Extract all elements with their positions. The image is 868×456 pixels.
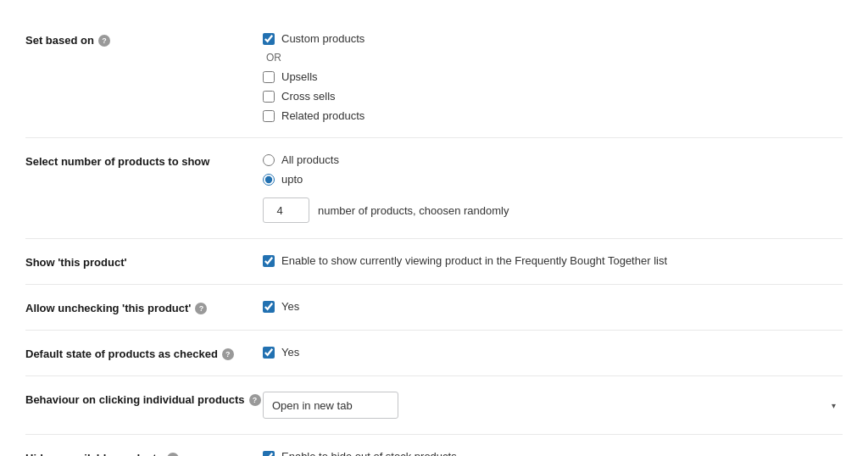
select-number-control: All products upto number of products, ch… [263,153,843,223]
label-text: Select number of products to show [25,155,209,168]
label-text: Show 'this product' [25,256,127,269]
allow-unchecking-label: Allow unchecking 'this product' ? [25,300,263,314]
upsells-option: Upsells [263,70,843,83]
show-this-product-option: Enable to show currently viewing product… [263,254,843,267]
allow-unchecking-checkbox[interactable] [263,301,275,313]
default-state-row: Default state of products as checked ? Y… [25,331,843,376]
set-based-on-row: Set based on ? Custom products OR Upsell… [25,17,843,138]
hide-unavailable-enable-label[interactable]: Enable to hide out of stock products [281,450,457,456]
number-suffix: number of products, choosen randomly [318,204,509,217]
behaviour-clicking-help-icon[interactable]: ? [249,394,261,406]
default-state-yes-label[interactable]: Yes [281,346,299,359]
hide-unavailable-label: Hide unavailable products ? [25,450,263,456]
label-text: Behaviour on clicking individual product… [25,393,245,406]
set-based-on-label: Set based on ? [25,32,263,47]
all-products-label[interactable]: All products [281,153,339,166]
product-count-input[interactable] [263,197,309,223]
show-this-product-row: Show 'this product' Enable to show curre… [25,239,843,285]
set-based-on-help-icon[interactable]: ? [98,35,110,47]
show-this-product-checkbox[interactable] [263,255,275,267]
related-products-checkbox[interactable] [263,110,275,122]
upsells-label[interactable]: Upsells [281,70,318,83]
select-number-row: Select number of products to show All pr… [25,138,843,239]
upsells-checkbox[interactable] [263,71,275,83]
upto-label[interactable]: upto [281,173,303,186]
upto-radio[interactable] [263,174,275,186]
behaviour-clicking-row: Behaviour on clicking individual product… [25,376,843,435]
label-text: Hide unavailable products [25,452,163,456]
custom-products-label[interactable]: Custom products [281,32,364,45]
hide-unavailable-option: Enable to hide out of stock products [263,450,843,456]
related-products-option: Related products [263,109,843,122]
allow-unchecking-row: Allow unchecking 'this product' ? Yes [25,285,843,331]
behaviour-clicking-label: Behaviour on clicking individual product… [25,392,263,406]
select-number-label: Select number of products to show [25,153,263,168]
hide-unavailable-help-icon[interactable]: ? [167,453,179,457]
behaviour-dropdown-wrapper: Open in new tab Open in same tab ▾ [263,392,843,419]
default-state-option: Yes [263,346,843,359]
hide-unavailable-control: Enable to hide out of stock products [263,450,843,456]
all-products-radio[interactable] [263,154,275,166]
hide-unavailable-checkbox[interactable] [263,451,275,457]
all-products-option: All products [263,153,843,166]
hide-unavailable-row: Hide unavailable products ? Enable to hi… [25,435,843,456]
custom-products-option: Custom products [263,32,843,45]
number-row: number of products, choosen randomly [263,197,843,223]
custom-products-checkbox[interactable] [263,33,275,45]
default-state-control: Yes [263,346,843,359]
allow-unchecking-control: Yes [263,300,843,313]
cross-sells-option: Cross sells [263,90,843,103]
allow-unchecking-yes-label[interactable]: Yes [281,300,299,313]
upto-option: upto [263,173,843,186]
label-text: Allow unchecking 'this product' [25,302,191,314]
show-this-product-enable-label[interactable]: Enable to show currently viewing product… [281,254,667,267]
or-label: OR [266,52,843,64]
default-state-help-icon[interactable]: ? [222,348,234,360]
default-state-label: Default state of products as checked ? [25,346,263,360]
label-text: Set based on [25,34,94,47]
cross-sells-checkbox[interactable] [263,91,275,103]
behaviour-dropdown[interactable]: Open in new tab Open in same tab [263,392,398,419]
behaviour-clicking-control: Open in new tab Open in same tab ▾ [263,392,843,419]
default-state-checkbox[interactable] [263,347,275,359]
related-products-label[interactable]: Related products [281,109,364,122]
show-this-product-label: Show 'this product' [25,254,263,269]
cross-sells-label[interactable]: Cross sells [281,90,336,103]
chevron-down-icon: ▾ [832,401,836,410]
show-this-product-control: Enable to show currently viewing product… [263,254,843,267]
label-text: Default state of products as checked [25,348,218,360]
settings-panel: Set based on ? Custom products OR Upsell… [0,0,868,456]
allow-unchecking-option: Yes [263,300,843,313]
set-based-on-control: Custom products OR Upsells Cross sells R… [263,32,843,122]
allow-unchecking-help-icon[interactable]: ? [195,303,207,314]
